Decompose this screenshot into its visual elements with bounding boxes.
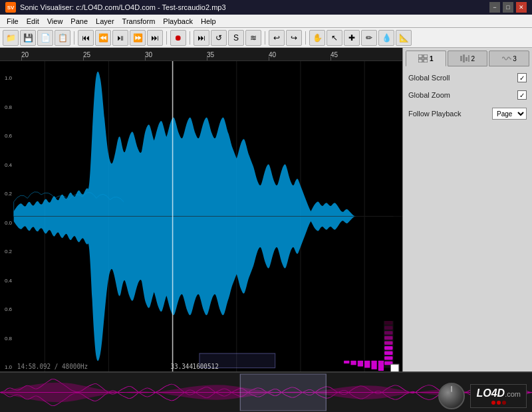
redo-button[interactable]: ↪ xyxy=(286,30,302,46)
loop-button[interactable]: ⏭ xyxy=(194,30,209,46)
sidebar-tab-2[interactable]: 2 xyxy=(448,51,488,66)
position-time-text: 14:58.092 / 48000Hz xyxy=(17,362,88,369)
tick-30 xyxy=(145,56,146,60)
sidebar: 1 2 3 xyxy=(402,48,532,371)
menu-transform[interactable]: Transform xyxy=(118,16,160,27)
led-red3 xyxy=(502,401,506,405)
svg-rect-15 xyxy=(384,341,392,344)
global-scroll-row: Global Scroll xyxy=(406,72,529,84)
open-button[interactable]: 📁 xyxy=(3,30,19,46)
undo-button[interactable]: ↩ xyxy=(269,30,285,46)
y-label-3: 0.6 xyxy=(0,134,13,139)
sep1 xyxy=(74,31,74,45)
mini-waveform[interactable]: LO4D.com xyxy=(0,372,532,412)
record-button[interactable]: ⏺ xyxy=(170,30,186,46)
minimize-button[interactable]: − xyxy=(489,2,500,13)
export-button[interactable]: 📋 xyxy=(55,30,70,46)
solo-button[interactable]: S xyxy=(228,30,244,46)
erase-tool-button[interactable]: 💧 xyxy=(378,30,394,46)
waveform-display[interactable]: 1.0 0.8 0.6 0.4 0.2 0.0 0.2 0.4 0.6 0.8 … xyxy=(0,61,402,371)
global-scroll-checkbox[interactable] xyxy=(517,73,527,82)
led-red2 xyxy=(497,401,501,405)
tick-35 xyxy=(207,56,207,60)
svg-rect-27 xyxy=(390,364,398,371)
menu-layer[interactable]: Layer xyxy=(92,16,118,27)
sidebar-tabs: 1 2 3 xyxy=(406,51,529,66)
hand-tool-button[interactable]: ✋ xyxy=(309,30,325,46)
svg-rect-18 xyxy=(384,326,392,330)
global-zoom-checkbox[interactable] xyxy=(517,90,527,100)
svg-rect-14 xyxy=(384,346,392,350)
grid-icon xyxy=(418,54,428,62)
time-label-35: 35 xyxy=(207,51,214,58)
menu-playback[interactable]: Playback xyxy=(159,16,197,27)
tick-40 xyxy=(269,56,269,60)
svg-rect-26 xyxy=(378,361,384,371)
time-label-25: 25 xyxy=(83,51,90,58)
svg-rect-25 xyxy=(371,361,376,369)
tick-45 xyxy=(331,56,331,60)
sep5 xyxy=(305,31,306,45)
svg-rect-30 xyxy=(418,59,422,62)
volume-knob[interactable] xyxy=(438,383,465,409)
menu-view[interactable]: View xyxy=(43,16,67,27)
draw-tool-button[interactable]: ✏ xyxy=(361,30,377,46)
time-label-20: 20 xyxy=(21,51,29,58)
follow-playback-label: Follow Playback xyxy=(408,110,492,118)
menu-help[interactable]: Help xyxy=(197,16,220,27)
move-tool-button[interactable]: ✚ xyxy=(344,30,360,46)
y-label-1: 1.0 xyxy=(0,76,13,81)
close-button[interactable]: ✕ xyxy=(516,2,527,13)
svg-rect-23 xyxy=(358,361,363,367)
main-content: 20 25 30 35 40 45 1.0 0.8 0.6 xyxy=(0,48,532,412)
measure-tool-button[interactable]: 📐 xyxy=(396,30,412,46)
snap-button[interactable]: ≋ xyxy=(245,30,261,46)
tick-20 xyxy=(21,56,22,60)
svg-rect-29 xyxy=(424,54,428,58)
center-time-text: 33.344 xyxy=(170,362,193,369)
maximize-button[interactable]: □ xyxy=(503,2,513,13)
svg-rect-24 xyxy=(364,361,370,368)
time-label-30: 30 xyxy=(145,51,152,58)
svg-rect-34 xyxy=(466,57,467,61)
led-indicators xyxy=(476,401,521,405)
lo4d-logo-container: LO4D.com xyxy=(470,384,527,408)
select-tool-button[interactable]: ↖ xyxy=(327,30,342,46)
fast-forward-button[interactable]: ⏩ xyxy=(130,30,146,46)
import-button[interactable]: 📄 xyxy=(37,30,53,46)
time-ruler: 20 25 30 35 40 45 xyxy=(0,48,402,61)
save-button[interactable]: 💾 xyxy=(20,30,36,46)
sidebar-tab-1[interactable]: 1 xyxy=(406,51,446,66)
svg-rect-21 xyxy=(344,361,349,363)
go-end-button[interactable]: ⏭ xyxy=(147,30,163,46)
menu-edit[interactable]: Edit xyxy=(23,16,43,27)
svg-rect-12 xyxy=(384,356,392,360)
svg-rect-16 xyxy=(384,336,392,340)
logo-area: LO4D.com xyxy=(438,383,527,409)
svg-rect-13 xyxy=(384,352,392,355)
cycle-button[interactable]: ↺ xyxy=(211,30,227,46)
follow-playback-row: Follow Playback Page Scroll Off xyxy=(406,106,529,121)
sample-count-text: 1600512 xyxy=(193,362,219,369)
go-start-button[interactable]: ⏮ xyxy=(78,30,94,46)
tick-25 xyxy=(83,56,84,60)
window-title: Sonic Visualiser: c:/LO4D.com/LO4D.com -… xyxy=(20,3,489,11)
menu-pane[interactable]: Pane xyxy=(66,16,92,27)
follow-playback-select[interactable]: Page Scroll Off xyxy=(492,108,527,120)
sep4 xyxy=(265,31,265,45)
play-button[interactable]: ⏯ xyxy=(112,30,128,46)
svg-rect-32 xyxy=(460,56,462,61)
sidebar-tab-3[interactable]: 3 xyxy=(489,51,529,66)
wave-area: 20 25 30 35 40 45 1.0 0.8 0.6 xyxy=(0,48,532,372)
time-label-45: 45 xyxy=(331,51,338,58)
y-label-10: 0.8 xyxy=(0,336,13,342)
rewind-button[interactable]: ⏪ xyxy=(95,30,111,46)
y-label-4: 0.4 xyxy=(0,163,13,168)
lo4d-domain: .com xyxy=(505,390,521,398)
menu-file[interactable]: File xyxy=(3,16,23,27)
y-axis: 1.0 0.8 0.6 0.4 0.2 0.0 0.2 0.4 0.6 0.8 … xyxy=(0,74,13,371)
follow-playback-dropdown: Page Scroll Off xyxy=(492,108,527,120)
y-label-5: 0.2 xyxy=(0,191,13,197)
global-zoom-label: Global Zoom xyxy=(408,91,517,99)
toolbar: 📁 💾 📄 📋 ⏮ ⏪ ⏯ ⏩ ⏭ ⏺ ⏭ ↺ S ≋ ↩ ↪ ✋ ↖ ✚ ✏ … xyxy=(0,28,532,48)
